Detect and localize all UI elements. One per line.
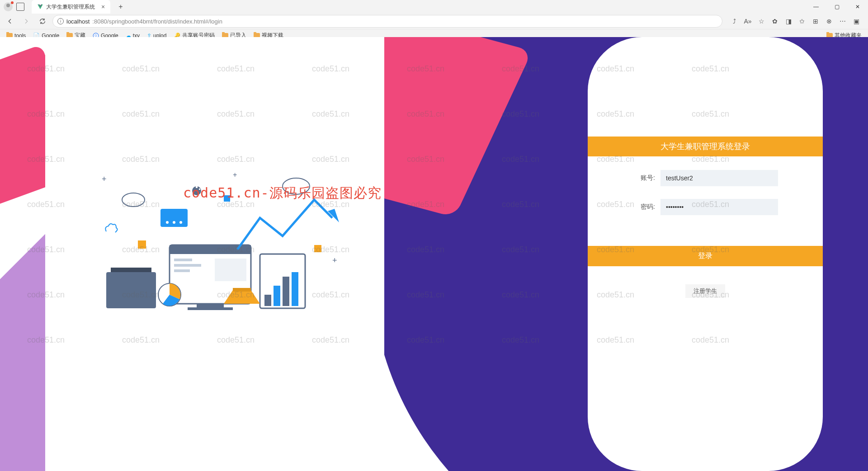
svg-rect-16 — [292, 272, 298, 306]
watermark-repeat: code51.cn — [312, 245, 349, 254]
share-icon[interactable]: ⤴ — [730, 17, 739, 26]
watermark-repeat: code51.cn — [217, 109, 255, 119]
watermark-repeat: code51.cn — [407, 335, 444, 345]
watermark-repeat: code51.cn — [217, 335, 255, 345]
watermark-repeat: code51.cn — [597, 64, 634, 74]
svg-rect-14 — [274, 286, 280, 306]
extension-icon[interactable]: ✿ — [770, 17, 779, 26]
watermark-repeat: code51.cn — [597, 155, 634, 164]
watermark-repeat: code51.cn — [122, 335, 160, 345]
profile-icon[interactable] — [4, 2, 13, 11]
username-input[interactable] — [660, 170, 778, 186]
more-icon[interactable]: ⋯ — [838, 17, 847, 26]
svg-rect-4 — [174, 259, 192, 261]
watermark-repeat: code51.cn — [407, 245, 444, 254]
watermark-repeat: code51.cn — [502, 335, 539, 345]
watermark-repeat: code51.cn — [27, 64, 65, 74]
maximize-button[interactable]: ▢ — [826, 0, 847, 14]
watermark-repeat: code51.cn — [122, 64, 160, 74]
svg-rect-7 — [215, 259, 246, 281]
watermark-repeat: code51.cn — [122, 200, 160, 209]
watermark-repeat: code51.cn — [122, 290, 160, 300]
watermark-repeat: code51.cn — [407, 200, 444, 209]
watermark-repeat: code51.cn — [597, 245, 634, 254]
watermark-repeat: code51.cn — [502, 290, 539, 300]
minimize-button[interactable]: — — [806, 0, 826, 14]
close-window-button[interactable]: ✕ — [847, 0, 868, 14]
watermark-repeat: code51.cn — [122, 109, 160, 119]
tab-close-icon[interactable]: × — [101, 3, 105, 10]
watermark-repeat: code51.cn — [312, 155, 349, 164]
watermark-repeat: code51.cn — [692, 245, 729, 254]
svg-rect-8 — [197, 304, 224, 307]
watermark-repeat: code51.cn — [597, 200, 634, 209]
addressbar: i localhost:8080/springbooth4bmt/front/d… — [0, 14, 868, 29]
window-controls: — ▢ ✕ — [806, 0, 868, 14]
watermark-repeat: code51.cn — [27, 109, 65, 119]
username-label: 账号: — [632, 174, 655, 182]
watermark-repeat: code51.cn — [692, 335, 729, 345]
watermark-repeat: code51.cn — [217, 155, 255, 164]
new-tab-button[interactable]: + — [114, 3, 127, 11]
watermark-repeat: code51.cn — [122, 245, 160, 254]
svg-text:+: + — [102, 174, 107, 184]
url-path: :8080/springbooth4bmt/front/dist/index.h… — [92, 18, 222, 25]
watermark-repeat: code51.cn — [502, 109, 539, 119]
addressbar-right: ⤴ A» ☆ ✿ ◨ ✩ ⊞ ⊗ ⋯ ▣ — [726, 17, 864, 26]
url-host: localhost — [66, 18, 90, 25]
read-aloud-icon[interactable]: A» — [743, 17, 752, 26]
collections-icon[interactable]: ⊞ — [811, 17, 820, 26]
watermark-repeat: code51.cn — [27, 245, 65, 254]
vue-favicon-icon — [37, 4, 43, 10]
watermark-repeat: code51.cn — [597, 109, 634, 119]
watermark-repeat: code51.cn — [597, 290, 634, 300]
browser-chrome: 大学生兼职管理系统 × + — ▢ ✕ i localhost:8080/spr… — [0, 0, 868, 37]
url-box[interactable]: i localhost:8080/springbooth4bmt/front/d… — [52, 15, 722, 28]
watermark-repeat: code51.cn — [692, 155, 729, 164]
titlebar-left: 大学生兼职管理系统 × + — [0, 0, 127, 14]
watermark-repeat: code51.cn — [407, 290, 444, 300]
login-form: 账号: 密码: — [588, 156, 823, 241]
svg-point-22 — [179, 221, 182, 224]
watermark-repeat: code51.cn — [692, 290, 729, 300]
watermark-repeat: code51.cn — [217, 245, 255, 254]
watermark-repeat: code51.cn — [27, 155, 65, 164]
svg-text:+: + — [233, 171, 237, 179]
back-button[interactable] — [4, 15, 16, 28]
watermark-repeat: code51.cn — [27, 290, 65, 300]
svg-text:+: + — [332, 256, 337, 265]
svg-rect-13 — [264, 295, 271, 306]
login-title: 大学生兼职管理系统登录 — [588, 137, 823, 156]
page-content: + + + 大学生兼职管理系统登录 账号: 密码: 登录 注册学生 code51… — [0, 37, 868, 471]
watermark-repeat: code51.cn — [407, 109, 444, 119]
browser-tab[interactable]: 大学生兼职管理系统 × — [32, 0, 110, 14]
watermark-repeat: code51.cn — [692, 200, 729, 209]
watermark-repeat: code51.cn — [122, 155, 160, 164]
svg-text:G: G — [94, 34, 97, 37]
sidebar-icon[interactable]: ◨ — [784, 17, 793, 26]
svg-rect-19 — [160, 209, 188, 227]
refresh-button[interactable] — [36, 15, 49, 28]
watermark-repeat: code51.cn — [407, 155, 444, 164]
watermark-repeat: code51.cn — [502, 245, 539, 254]
workspace-icon[interactable] — [16, 3, 24, 11]
watermark-repeat: code51.cn — [692, 64, 729, 74]
watermark-main: code51.cn-源码乐园盗图必究 — [183, 184, 382, 203]
watermark-repeat: code51.cn — [217, 290, 255, 300]
site-info-icon[interactable]: i — [57, 18, 64, 24]
internet-icon[interactable]: ⊗ — [825, 17, 834, 26]
watermark-repeat: code51.cn — [217, 64, 255, 74]
watermark-repeat: code51.cn — [312, 335, 349, 345]
split-icon[interactable]: ▣ — [852, 17, 861, 26]
watermark-repeat: code51.cn — [692, 109, 729, 119]
svg-point-20 — [166, 221, 169, 224]
watermark-repeat: code51.cn — [312, 109, 349, 119]
watermark-repeat: code51.cn — [27, 335, 65, 345]
watermark-repeat: code51.cn — [312, 64, 349, 74]
watermark-repeat: code51.cn — [502, 200, 539, 209]
tab-title: 大学生兼职管理系统 — [46, 3, 95, 11]
star-icon[interactable]: ☆ — [757, 17, 766, 26]
favorites-icon[interactable]: ✩ — [797, 17, 807, 26]
svg-rect-15 — [283, 277, 289, 306]
forward-button[interactable] — [20, 15, 33, 28]
